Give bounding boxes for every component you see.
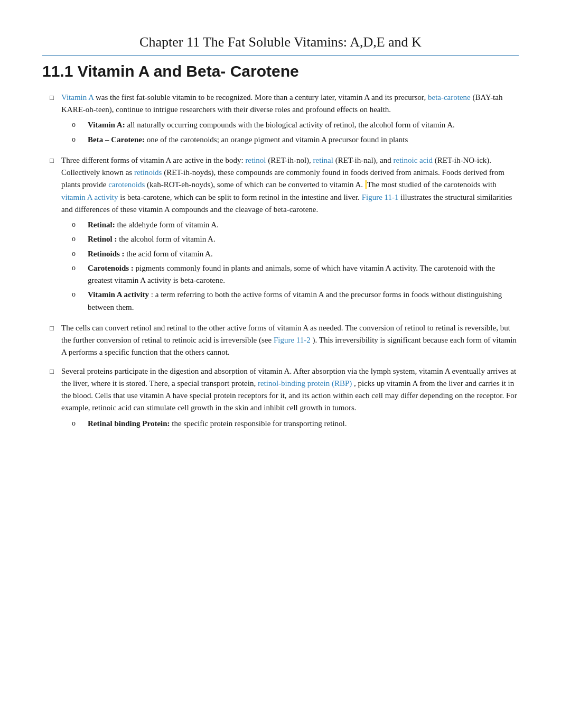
sub-item-2-5: o Vitamin A activity : a term referring … [72, 289, 519, 314]
beta-carotene-link[interactable]: beta-carotene [428, 93, 471, 102]
bullet2-t5: (kah-ROT-eh-noyds), some of which can be… [147, 180, 363, 189]
bullet2-t1: (RET-ih-nol), [268, 156, 313, 164]
bullet-symbol-2: □ [42, 154, 61, 166]
sub-list-4: o Retinal binding Protein: the specific … [61, 418, 519, 430]
retinoic-acid-link[interactable]: retinoic acid [393, 156, 433, 164]
retinol-label: Retinol : [88, 235, 117, 243]
bullet-text-1: Vitamin A was the first fat-soluble vita… [61, 91, 519, 148]
bullet2-t2: (RET-ih-nal), and [335, 156, 394, 164]
carotenoids-label: Carotenoids : [88, 264, 134, 272]
bullet-text-2: Three different forms of vitamin A are a… [61, 154, 519, 316]
sub-item-2-3: o Retinoids : the acid form of vitamin A… [72, 248, 519, 260]
sub-text-1-2: Beta – Carotene: one of the carotenoids;… [88, 134, 519, 146]
sub-symbol-2-1: o [72, 219, 88, 231]
beta-carotene-def: one of the carotenoids; an orange pigmen… [147, 135, 408, 144]
carotenoids-link[interactable]: carotenoids [108, 180, 145, 189]
bullet2-intro: Three different forms of vitamin A are a… [61, 156, 245, 164]
sub-list-2: o Retinal: the aldehyde form of vitamin … [61, 219, 519, 314]
rbp-label: Retinal binding Protein: [88, 419, 170, 428]
vitamin-a-link[interactable]: Vitamin A [61, 93, 94, 102]
sub-text-1-1: Vitamin A: all naturally occurring compo… [88, 119, 519, 131]
bullet-item-3: □ The cells can convert retinol and reti… [42, 322, 519, 359]
sub-text-2-2: Retinol : the alcohol form of vitamin A. [88, 233, 519, 245]
sub-text-2-3: Retinoids : the acid form of vitamin A. [88, 248, 519, 260]
retinol-link[interactable]: retinol [245, 156, 266, 164]
rbp-def: the specific protein responsible for tra… [172, 419, 347, 428]
carotenoids-def: pigments commonly found in plants and an… [88, 264, 495, 284]
sub-symbol-2-5: o [72, 289, 88, 300]
sub-item-2-1: o Retinal: the aldehyde form of vitamin … [72, 219, 519, 231]
sub-symbol-2-4: o [72, 262, 88, 274]
sub-text-4-1: Retinal binding Protein: the specific pr… [88, 418, 519, 430]
sub-item-2-2: o Retinol : the alcohol form of vitamin … [72, 233, 519, 245]
page-container: Chapter 11 The Fat Soluble Vitamins: A,D… [42, 32, 519, 432]
bullet-text-4: Several proteins participate in the dige… [61, 365, 519, 432]
beta-carotene-label: Beta – Carotene: [88, 135, 145, 144]
retinal-def: the aldehyde form of vitamin A. [117, 220, 218, 229]
sub-item-1-1: o Vitamin A: all naturally occurring com… [72, 119, 519, 131]
figure-11-2-link[interactable]: Figure 11-2 [274, 336, 311, 344]
sub-item-4-1: o Retinal binding Protein: the specific … [72, 418, 519, 430]
main-bullet-list: □ Vitamin A was the first fat-soluble vi… [42, 91, 519, 432]
retinoids-label: Retinoids : [88, 250, 125, 258]
sub-text-2-5: Vitamin A activity : a term referring to… [88, 289, 519, 314]
sub-symbol-2-3: o [72, 248, 88, 260]
vitamin-a-label: Vitamin A: [88, 121, 125, 129]
bullet-symbol-1: □ [42, 91, 61, 103]
retinal-link[interactable]: retinal [313, 156, 333, 164]
sub-symbol-1-2: o [72, 134, 88, 145]
bullet-item-4: □ Several proteins participate in the di… [42, 365, 519, 432]
retinol-def: the alcohol form of vitamin A. [119, 235, 215, 243]
bullet-symbol-4: □ [42, 365, 61, 377]
sub-symbol-1-1: o [72, 119, 88, 131]
bullet-item-2: □ Three different forms of vitamin A are… [42, 154, 519, 316]
bullet1-text1: was the first fat-soluble vitamin to be … [96, 93, 428, 102]
vitamin-a-activity-def: : a term referring to both the active fo… [88, 290, 502, 311]
bullet2-t6: The most studied of the carotenoids with [367, 180, 497, 189]
bullet-item-1: □ Vitamin A was the first fat-soluble vi… [42, 91, 519, 148]
rbp-link[interactable]: retinol-binding protein (RBP) [258, 379, 352, 388]
figure-11-1-link[interactable]: Figure 11-1 [362, 193, 399, 201]
chapter-title: Chapter 11 The Fat Soluble Vitamins: A,D… [42, 32, 519, 56]
sub-item-1-2: o Beta – Carotene: one of the carotenoid… [72, 134, 519, 146]
vitamin-a-activity-label: Vitamin A activity [88, 290, 149, 299]
sub-symbol-2-2: o [72, 233, 88, 245]
activity-text: activity [300, 121, 323, 129]
vitamin-a-activity-link[interactable]: vitamin A activity [61, 193, 118, 201]
bullet-text-3: The cells can convert retinol and retina… [61, 322, 519, 359]
sub-symbol-4-1: o [72, 418, 88, 429]
sub-list-1: o Vitamin A: all naturally occurring com… [61, 119, 519, 146]
retinal-label: Retinal: [88, 220, 115, 229]
section-title: 11.1 Vitamin A and Beta- Carotene [42, 59, 519, 84]
sub-text-2-4: Carotenoids : pigments commonly found in… [88, 262, 519, 287]
vitamin-a-def: all naturally occurring compounds with t… [127, 121, 454, 129]
retinoids-def: the acid form of vitamin A. [126, 250, 212, 258]
retinoids-link[interactable]: retinoids [134, 168, 162, 177]
sub-text-2-1: Retinal: the aldehyde form of vitamin A. [88, 219, 519, 231]
bullet2-t7: is beta-carotene, which can be split to … [120, 193, 361, 201]
sub-item-2-4: o Carotenoids : pigments commonly found … [72, 262, 519, 287]
bullet-symbol-3: □ [42, 322, 61, 334]
